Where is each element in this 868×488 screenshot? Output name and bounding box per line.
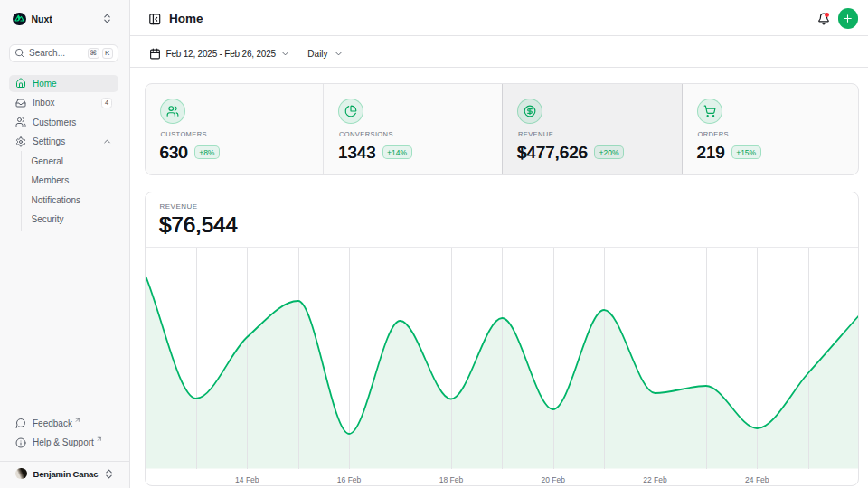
svg-text:16 Feb: 16 Feb [336,475,361,484]
svg-text:18 Feb: 18 Feb [439,475,463,484]
svg-text:24 Feb: 24 Feb [745,475,769,484]
svg-text:22 Feb: 22 Feb [643,475,667,484]
svg-text:20 Feb: 20 Feb [541,475,565,484]
svg-text:14 Feb: 14 Feb [235,475,259,484]
